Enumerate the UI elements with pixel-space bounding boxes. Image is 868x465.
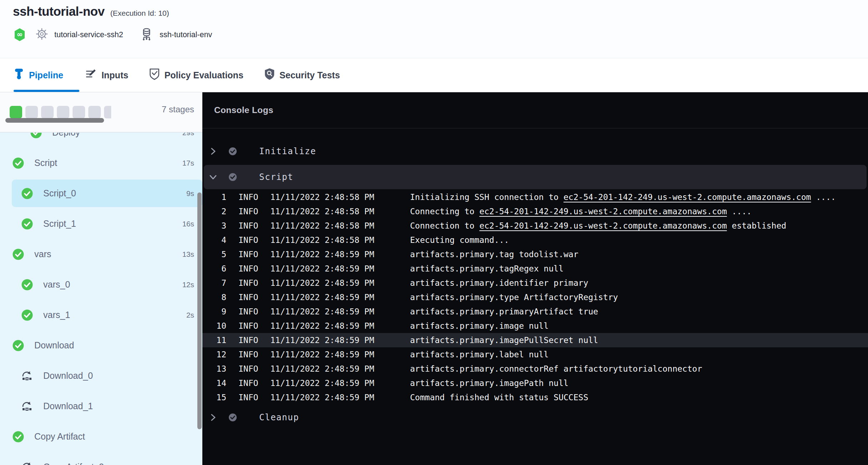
success-check-icon xyxy=(21,279,33,290)
section-label-script: Script xyxy=(259,172,294,182)
log-level: INFO xyxy=(238,250,258,259)
log-message: artifacts.primary.label null xyxy=(410,350,549,359)
log-level: INFO xyxy=(238,207,258,216)
stage-label: Script xyxy=(34,158,57,168)
sidebar-item-download[interactable]: Download xyxy=(0,330,202,361)
success-check-icon xyxy=(21,188,33,199)
hostname-link[interactable]: ec2-54-201-142-249.us-west-2.compute.ama… xyxy=(479,207,727,216)
log-line-number: 12 xyxy=(202,350,226,359)
tab-policy-evaluations[interactable]: Policy Evaluations xyxy=(149,68,243,82)
log-level: INFO xyxy=(238,350,258,359)
sidebar-item-vars-0[interactable]: vars_0 12s xyxy=(0,269,202,300)
console-header: Console Logs xyxy=(202,92,868,128)
hostname-link[interactable]: ec2-54-201-142-249.us-west-2.compute.ama… xyxy=(563,192,811,202)
policy-shield-check-icon xyxy=(149,68,160,82)
log-message: Connection to ec2-54-201-142-249.us-west… xyxy=(410,221,786,230)
stage-duration: 12s xyxy=(182,280,194,289)
log-message: artifacts.primary.tag todolist.war xyxy=(410,250,578,259)
log-timestamp: 11/11/2022 2:48:58 PM xyxy=(270,221,375,230)
log-line-number: 8 xyxy=(202,293,226,302)
tab-policy-evaluations-label: Policy Evaluations xyxy=(164,70,243,80)
service-name-label[interactable]: tutorial-service-ssh2 xyxy=(54,30,123,39)
retry-step-icon xyxy=(21,401,33,412)
sidebar-item-script[interactable]: Script 17s xyxy=(0,148,202,178)
tab-security-tests[interactable]: Security Tests xyxy=(264,68,340,82)
sidebar-item-script-0[interactable]: Script_0 9s xyxy=(0,178,202,209)
log-message: Executing command... xyxy=(410,235,509,245)
log-message: artifacts.primary.imagePullSecret null xyxy=(410,336,598,345)
chevron-right-icon[interactable] xyxy=(209,413,217,421)
log-line: 14 INFO 11/11/2022 2:48:59 PM artifacts.… xyxy=(202,376,868,390)
sidebar-item-download-0[interactable]: Download_0 xyxy=(0,361,202,391)
retry-step-icon xyxy=(21,370,33,382)
sidebar-item-vars-1[interactable]: vars_1 2s xyxy=(0,300,202,330)
console-panel: Console Logs Initialize xyxy=(202,92,868,465)
stage-duration: 13s xyxy=(182,250,194,259)
sidebar-item-copy-artifact[interactable]: Copy Artifact xyxy=(0,421,202,452)
execution-meta-row: ∞ tutorial-service-ssh2 xyxy=(13,27,868,42)
log-level: INFO xyxy=(238,192,258,202)
log-line-number: 15 xyxy=(202,393,226,402)
progress-segment xyxy=(73,106,85,118)
sidebar-item-deploy[interactable]: Deploy 29s xyxy=(0,133,202,148)
log-line: 4 INFO 11/11/2022 2:48:58 PM Executing c… xyxy=(202,233,868,247)
chevron-down-icon[interactable] xyxy=(209,173,217,181)
log-section-script[interactable]: Script xyxy=(204,165,867,189)
stage-duration: 2s xyxy=(186,311,194,319)
section-success-check-icon xyxy=(228,147,237,156)
log-line: 1 INFO 11/11/2022 2:48:58 PM Initializin… xyxy=(202,190,868,204)
tab-inputs[interactable]: Inputs xyxy=(85,68,128,82)
log-lines: 1 INFO 11/11/2022 2:48:58 PM Initializin… xyxy=(202,190,868,405)
log-timestamp: 11/11/2022 2:48:59 PM xyxy=(270,307,375,316)
stages-progress-scrollbar[interactable] xyxy=(5,118,104,123)
sidebar-item-script-1[interactable]: Script_1 16s xyxy=(0,209,202,239)
log-level: INFO xyxy=(238,321,258,331)
progress-segment xyxy=(88,106,101,118)
log-level: INFO xyxy=(238,235,258,245)
log-message: artifacts.primary.primaryArtifact true xyxy=(410,307,598,316)
sidebar-item-download-1[interactable]: Download_1 xyxy=(0,391,202,421)
stage-label: vars_1 xyxy=(43,310,70,320)
stage-label: Script_0 xyxy=(43,188,76,199)
log-line: 11 INFO 11/11/2022 2:48:59 PM artifacts.… xyxy=(202,333,868,347)
log-level: INFO xyxy=(238,221,258,230)
sidebar-item-copy-artifact-0[interactable]: Copy Artifact_0 xyxy=(0,452,202,465)
active-tab-underline xyxy=(14,90,79,92)
log-timestamp: 11/11/2022 2:48:58 PM xyxy=(270,192,375,202)
sidebar-vertical-scrollbar[interactable] xyxy=(197,192,202,429)
log-line: 9 INFO 11/11/2022 2:48:59 PM artifacts.p… xyxy=(202,304,868,319)
environment-name-label[interactable]: ssh-tutorial-env xyxy=(159,30,212,39)
tab-pipeline[interactable]: Pipeline xyxy=(14,68,63,82)
hostname-link[interactable]: ec2-54-201-142-249.us-west-2.compute.ama… xyxy=(479,221,727,230)
log-level: INFO xyxy=(238,307,258,316)
stages-progress-bar xyxy=(10,106,111,119)
chevron-right-icon[interactable] xyxy=(209,147,217,155)
log-section-cleanup[interactable]: Cleanup xyxy=(202,407,868,427)
log-line: 7 INFO 11/11/2022 2:48:59 PM artifacts.p… xyxy=(202,276,868,290)
execution-id-label: (Execution Id: 10) xyxy=(110,9,169,18)
tab-pipeline-label: Pipeline xyxy=(29,70,63,80)
log-line: 5 INFO 11/11/2022 2:48:59 PM artifacts.p… xyxy=(202,247,868,261)
log-message: artifacts.primary.type ArtifactoryRegist… xyxy=(410,293,618,302)
stage-label: Download_0 xyxy=(43,371,93,381)
section-success-check-icon xyxy=(228,413,237,422)
log-line: 15 INFO 11/11/2022 2:48:59 PM Command fi… xyxy=(202,390,868,405)
environment-icon xyxy=(140,27,153,42)
tab-security-tests-label: Security Tests xyxy=(280,70,340,80)
stage-label: Download xyxy=(34,340,74,351)
stage-label: Download_1 xyxy=(43,401,93,411)
log-level: INFO xyxy=(238,364,258,373)
log-timestamp: 11/11/2022 2:48:59 PM xyxy=(270,264,375,273)
console-title: Console Logs xyxy=(214,105,273,115)
inputs-icon xyxy=(85,68,97,82)
log-line-number: 3 xyxy=(202,221,226,230)
log-level: INFO xyxy=(238,278,258,288)
stage-duration: 29s xyxy=(182,133,194,137)
log-section-initialize[interactable]: Initialize xyxy=(202,141,868,161)
log-timestamp: 11/11/2022 2:48:59 PM xyxy=(270,250,375,259)
sidebar-item-vars[interactable]: vars 13s xyxy=(0,239,202,269)
pipeline-execution-page: ssh-tutorial-nov (Execution Id: 10) ∞ xyxy=(0,0,868,465)
stage-duration: 16s xyxy=(182,220,194,228)
success-check-icon xyxy=(21,218,33,230)
log-line: 8 INFO 11/11/2022 2:48:59 PM artifacts.p… xyxy=(202,290,868,304)
